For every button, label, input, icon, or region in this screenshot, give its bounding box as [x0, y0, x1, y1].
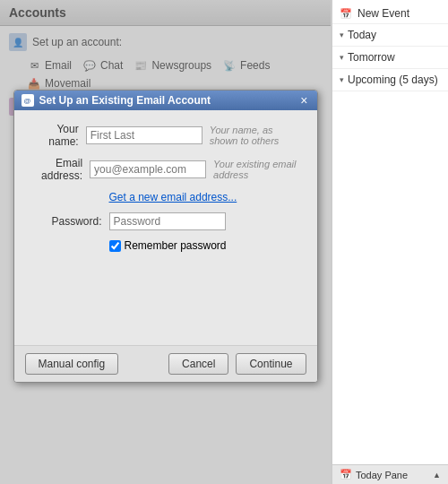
today-section-header[interactable]: ▾ Today: [332, 26, 448, 44]
email-address-label: Email address:: [29, 157, 90, 182]
today-pane-bar[interactable]: 📅 Today Pane ▲: [332, 464, 448, 484]
today-chevron-icon: ▾: [340, 30, 344, 39]
modal-close-button[interactable]: ×: [298, 94, 309, 107]
email-address-input[interactable]: [90, 160, 206, 178]
remember-password-label: Remember password: [125, 239, 227, 252]
remember-password-checkbox[interactable]: [109, 240, 121, 252]
tomorrow-chevron-icon: ▾: [340, 53, 344, 62]
email-setup-modal: @ Set Up an Existing Email Account × You…: [13, 90, 318, 383]
cancel-button[interactable]: Cancel: [168, 353, 228, 375]
today-pane-label: Today Pane: [356, 470, 408, 480]
password-field-row: Password:: [29, 212, 303, 230]
name-hint: Your name, as shown to others: [202, 125, 303, 146]
tomorrow-section: ▾ Tomorrow: [332, 47, 448, 69]
upcoming-section-header[interactable]: ▾ Upcoming (5 days): [332, 71, 448, 89]
remember-password-row: Remember password: [109, 239, 303, 252]
modal-overlay: @ Set Up an Existing Email Account × You…: [0, 0, 331, 484]
modal-titlebar: @ Set Up an Existing Email Account ×: [14, 91, 317, 110]
today-section: ▾ Today: [332, 24, 448, 47]
get-new-email-link[interactable]: Get a new email address...: [109, 191, 303, 203]
modal-title-left: @ Set Up an Existing Email Account: [22, 94, 211, 107]
left-panel: Accounts 👤 Set up an account: ✉ Email 💬 …: [0, 0, 332, 484]
upcoming-section: ▾ Upcoming (5 days): [332, 69, 448, 91]
upcoming-chevron-icon: ▾: [340, 75, 344, 84]
manual-config-button[interactable]: Manual config: [25, 353, 119, 375]
name-label: Your name:: [29, 123, 86, 148]
name-input[interactable]: [86, 126, 202, 144]
today-pane-arrow-icon: ▲: [433, 471, 441, 480]
today-section-label: Today: [348, 29, 376, 41]
modal-footer: Manual config Cancel Continue: [14, 345, 317, 382]
name-field-row: Your name: Your name, as shown to others: [29, 123, 303, 148]
tomorrow-section-label: Tomorrow: [348, 51, 395, 64]
new-event-icon: 📅: [340, 8, 352, 20]
modal-app-icon: @: [22, 94, 34, 107]
right-panel: 📅 New Event ▾ Today ▾ Tomorrow ▾ Upcomin…: [332, 0, 448, 484]
password-input[interactable]: [109, 212, 226, 230]
modal-spacer: [29, 261, 303, 333]
email-hint: Your existing email address: [206, 159, 302, 180]
new-event-label: New Event: [358, 7, 409, 20]
email-field-row: Email address: Your existing email addre…: [29, 157, 303, 182]
right-panel-top: 📅 New Event ▾ Today ▾ Tomorrow ▾ Upcomin…: [332, 0, 448, 464]
password-label: Password:: [29, 215, 109, 228]
tomorrow-section-header[interactable]: ▾ Tomorrow: [332, 48, 448, 66]
upcoming-section-label: Upcoming (5 days): [348, 73, 438, 86]
modal-body: Your name: Your name, as shown to others…: [14, 110, 317, 345]
modal-title: Set Up an Existing Email Account: [39, 94, 211, 107]
new-event-button[interactable]: 📅 New Event: [332, 4, 448, 24]
today-pane-icon: 📅: [340, 469, 352, 480]
continue-button[interactable]: Continue: [236, 353, 306, 375]
